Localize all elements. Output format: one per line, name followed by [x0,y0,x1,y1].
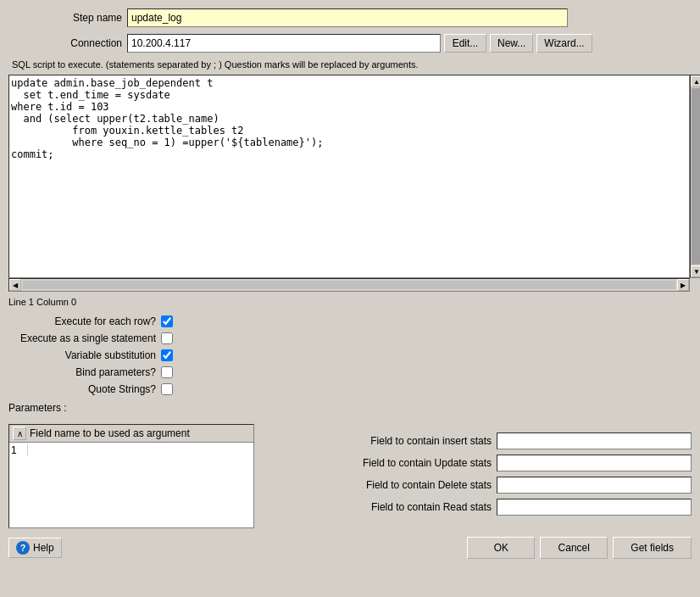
scroll-up-arrow[interactable]: ▲ [691,75,700,87]
field-update-label: Field to contain Update stats [322,457,492,469]
params-table-body: 1 [9,443,253,527]
get-fields-button[interactable]: Get fields [613,537,692,559]
wizard-button[interactable]: Wizard... [536,34,592,53]
field-delete-input[interactable] [497,477,692,494]
params-sort-btn[interactable]: ∧ [13,427,26,440]
quote-strings-checkbox[interactable] [161,383,173,395]
variable-substitution-label: Variable substitution [8,349,161,361]
connection-select[interactable]: 10.200.4.117 [127,34,441,53]
help-icon: ? [16,541,30,555]
sql-vscrollbar[interactable]: ▲ ▼ [690,75,700,278]
step-name-label: Step name [8,12,127,24]
cancel-button[interactable]: Cancel [540,537,608,559]
status-line: Line 1 Column 0 [8,297,692,307]
execute-for-each-row-checkbox[interactable] [161,315,173,327]
scroll-right-arrow[interactable]: ▶ [677,279,689,291]
sql-editor[interactable]: <span class="kw-blue">update</span> admi… [8,75,690,278]
field-insert-label: Field to contain insert stats [322,435,492,447]
bind-parameters-label: Bind parameters? [8,366,161,378]
scroll-thumb[interactable] [692,88,700,265]
scroll-down-arrow[interactable]: ▼ [691,265,700,277]
ok-button[interactable]: OK [467,537,535,559]
field-update-input[interactable] [497,455,692,471]
params-table: ∧ Field name to be used as argument 1 [8,424,254,528]
new-button[interactable]: New... [490,34,533,53]
params-column-header: Field name to be used as argument [30,427,190,439]
field-insert-input[interactable] [497,432,692,449]
field-read-label: Field to contain Read stats [322,501,492,513]
execute-for-each-row-label: Execute for each row? [8,315,161,327]
parameters-label: Parameters : [8,402,692,414]
quote-strings-label: Quote Strings? [8,383,161,395]
help-label: Help [33,542,54,554]
help-button[interactable]: ? Help [8,538,62,558]
field-read-input[interactable] [497,499,692,516]
variable-substitution-checkbox[interactable] [161,349,173,361]
scroll-left-arrow[interactable]: ◀ [9,279,21,291]
params-row-num: 1 [11,444,28,456]
params-table-header: ∧ Field name to be used as argument [9,425,253,443]
params-row-input[interactable] [31,444,218,456]
step-name-input[interactable] [127,8,568,27]
connection-label: Connection [8,37,127,49]
execute-as-single-label: Execute as a single statement [8,332,161,344]
sql-hscrollbar[interactable]: ◀ ▶ [8,278,690,292]
execute-as-single-checkbox[interactable] [161,332,173,344]
edit-button[interactable]: Edit... [444,34,486,53]
field-delete-label: Field to contain Delete stats [322,479,492,491]
sql-hint: SQL script to execute. (statements separ… [12,59,692,70]
hscroll-track[interactable] [23,281,675,289]
right-fields: Field to contain insert stats Field to c… [263,424,692,528]
table-row: 1 [11,444,252,456]
bind-parameters-checkbox[interactable] [161,366,173,378]
